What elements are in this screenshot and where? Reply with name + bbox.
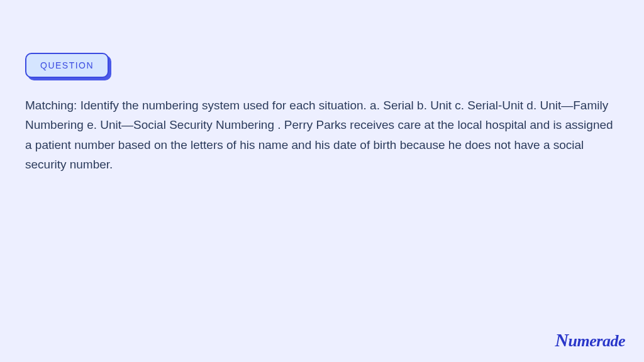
logo-text: umerade (569, 332, 625, 350)
numerade-logo: Numerade (555, 329, 625, 351)
badge-label: QUESTION (25, 53, 109, 78)
question-card: QUESTION Matching: Identify the numberin… (0, 0, 644, 174)
question-text: Matching: Identify the numbering system … (25, 96, 619, 174)
question-badge: QUESTION (25, 53, 109, 78)
